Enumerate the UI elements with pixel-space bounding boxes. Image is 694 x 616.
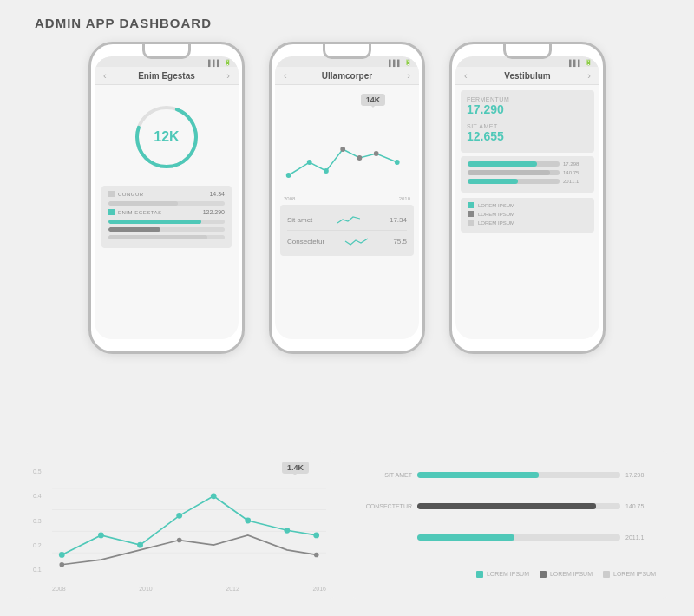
phone-1-forward-arrow[interactable]: › — [226, 70, 230, 81]
phone-2-back-arrow[interactable]: ‹ — [284, 70, 287, 81]
mini-stat-label-1: Sit amet — [287, 216, 312, 224]
x-2010: 2010 — [139, 586, 153, 592]
stat-label-sit: SIT AMET — [467, 123, 588, 129]
bottom-legend-label-2: LOREM IPSUM — [550, 571, 593, 577]
y-label-2: 0.2 — [33, 542, 42, 548]
h-bar-row-1: 17.298 — [468, 161, 587, 167]
battery-icon: 🔋 — [224, 59, 232, 66]
phone-2: ▌▌▌ 🔋 ‹ Ullamcorper › 14K — [269, 42, 425, 354]
phone-2-content: 14K 2008 2010 — [275, 85, 419, 261]
h-bar-val-3: 2011.1 — [563, 179, 587, 184]
svg-point-13 — [59, 552, 65, 558]
battery-icon-3: 🔋 — [585, 59, 593, 66]
phone-2-nav[interactable]: ‹ Ullamcorper › — [275, 67, 419, 85]
bottom-x-labels: 2008 2010 2012 2016 — [52, 586, 326, 592]
stat-row-1: CONGUR 14.34 — [108, 191, 225, 197]
bottom-legend-dot-1 — [476, 571, 483, 578]
legend-row-1: LOREM IPSUM — [468, 202, 587, 208]
bottom-legend-label-3: LOREM IPSUM — [613, 571, 656, 577]
phone-1-nav[interactable]: ‹ Enim Egestas › — [95, 67, 239, 85]
x-2016: 2016 — [312, 586, 326, 592]
svg-point-4 — [324, 168, 329, 174]
bottom-legend-item-1: LOREM IPSUM — [476, 571, 529, 578]
stat-dot-1 — [108, 191, 115, 197]
phone-3-forward-arrow[interactable]: › — [587, 70, 591, 81]
bottom-y-labels: 0.5 0.4 0.3 0.2 0.1 — [33, 469, 42, 573]
bottom-bar-row-2: CONSECTETUR 140.75 — [364, 503, 656, 509]
bottom-bar-val-3: 2011.1 — [625, 534, 656, 541]
phone-3-nav[interactable]: ‹ Vestibulum › — [455, 67, 599, 85]
phone-2-inner: ▌▌▌ 🔋 ‹ Ullamcorper › 14K — [275, 56, 419, 339]
phone-1-inner: ▌▌▌ 🔋 ‹ Enim Egestas › 12K — [95, 56, 239, 339]
svg-point-5 — [340, 147, 345, 152]
bottom-legend-item-3: LOREM IPSUM — [603, 571, 656, 578]
phone-1-status: ▌▌▌ 🔋 — [95, 56, 239, 67]
year-2008: 2008 — [284, 196, 295, 201]
y-label-1: 0.1 — [33, 567, 42, 573]
phone-1-nav-title: Enim Egestas — [138, 71, 195, 81]
stat-value-2: 122.290 — [203, 209, 225, 215]
signal-icon-2: ▌▌▌ — [389, 60, 402, 66]
bottom-bar-label-2: CONSECTETUR — [364, 503, 412, 509]
phone-1-back-arrow[interactable]: ‹ — [103, 70, 107, 81]
year-2010: 2010 — [399, 196, 410, 201]
mini-stat-value-1: 17.34 — [390, 216, 407, 224]
bottom-legend-dot-3 — [603, 571, 610, 578]
h-bar-val-2: 140.75 — [563, 170, 587, 175]
svg-point-23 — [314, 553, 319, 558]
bottom-legend-dot-2 — [540, 571, 547, 578]
legend-label-1: LOREM IPSUM — [478, 203, 514, 208]
svg-point-6 — [357, 155, 363, 161]
phone-3-nav-title: Vestibulum — [504, 71, 550, 81]
stat-label-fermentum: FERMENTUM — [467, 96, 588, 102]
legend-dot-3 — [468, 220, 474, 226]
legend-label-2: LOREM IPSUM — [478, 212, 514, 217]
svg-point-18 — [245, 518, 251, 524]
svg-point-15 — [137, 542, 143, 548]
phone-1-content: 12K CONGUR 14.34 ENIM EGESTAS — [95, 85, 239, 253]
phone-2-forward-arrow[interactable]: › — [407, 70, 410, 81]
bottom-bar-label-1: SIT AMET — [364, 472, 412, 478]
legend-row-2: LOREM IPSUM — [468, 211, 587, 217]
phone-3-status: ▌▌▌ 🔋 — [455, 56, 599, 67]
stat-row-2: ENIM EGESTAS 122.290 — [108, 209, 225, 215]
svg-point-3 — [307, 160, 312, 165]
phone-2-status: ▌▌▌ 🔋 — [275, 56, 419, 67]
svg-point-8 — [395, 160, 400, 165]
bottom-legend-label-1: LOREM IPSUM — [487, 571, 529, 577]
x-2008: 2008 — [52, 586, 66, 592]
bar-row-4 — [108, 235, 225, 239]
mini-stat-row-1: Sit amet 17.34 — [287, 209, 407, 231]
bottom-bar-val-2: 140.75 — [625, 503, 656, 509]
phone-3-back-arrow[interactable]: ‹ — [464, 70, 468, 81]
phone-3-inner: ▌▌▌ 🔋 ‹ Vestibulum › FERMENTUM 17.290 SI… — [455, 56, 599, 339]
bottom-legend: LOREM IPSUM LOREM IPSUM LOREM IPSUM — [364, 571, 656, 578]
bottom-bars: SIT AMET 17.298 CONSECTETUR 140.75 2011.… — [352, 451, 668, 599]
h-bar-val-1: 17.298 — [563, 161, 587, 167]
legend-label-3: LOREM IPSUM — [478, 220, 514, 226]
svg-point-19 — [284, 528, 290, 534]
bar-row-3 — [108, 227, 225, 232]
circle-chart: 12K — [132, 102, 201, 172]
stat-label-1: CONGUR — [118, 192, 206, 197]
bottom-row: 1.4K 0.5 0.4 0.3 0.2 0.1 — [26, 451, 668, 599]
h-bar-row-3: 2011.1 — [468, 179, 587, 184]
signal-icon: ▌▌▌ — [208, 60, 221, 66]
legend-row-3: LOREM IPSUM — [468, 220, 587, 226]
svg-point-17 — [211, 493, 217, 499]
phone-2-nav-title: Ullamcorper — [322, 71, 372, 81]
mini-stat-value-2: 75.5 — [393, 238, 407, 246]
svg-point-16 — [176, 513, 182, 519]
bottom-legend-item-2: LOREM IPSUM — [540, 571, 593, 578]
phone-2-callout: 14K — [361, 94, 386, 106]
bar-row-1 — [108, 201, 225, 206]
phone-1: ▌▌▌ 🔋 ‹ Enim Egestas › 12K — [88, 42, 245, 354]
svg-point-2 — [286, 173, 291, 178]
legend-dot-2 — [468, 211, 474, 217]
svg-point-22 — [177, 538, 182, 543]
phone-3-stat-2: SIT AMET 12.655 — [467, 121, 588, 145]
stat-label-2: ENIM EGESTAS — [118, 210, 200, 215]
battery-icon-2: 🔋 — [404, 59, 412, 66]
stat-value-1: 14.34 — [209, 191, 225, 197]
svg-point-14 — [98, 533, 104, 539]
